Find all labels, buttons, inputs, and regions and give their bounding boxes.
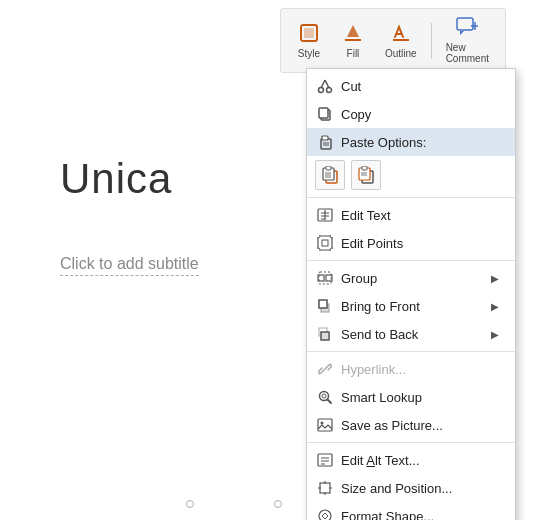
- cut-label: Cut: [341, 79, 361, 94]
- bring-to-front-arrow: ▶: [491, 301, 499, 312]
- svg-rect-17: [322, 136, 328, 140]
- edit-points-label: Edit Points: [341, 236, 403, 251]
- smart-lookup-label: Smart Lookup: [341, 390, 422, 405]
- svg-point-11: [327, 88, 332, 93]
- fill-label: Fill: [347, 48, 360, 59]
- paste-icon: [315, 132, 335, 152]
- bring-to-front-label: Bring to Front: [341, 299, 420, 314]
- format-shape-label: Format Shape...: [341, 509, 434, 521]
- svg-point-39: [330, 235, 333, 238]
- format-shape-icon: [315, 506, 335, 520]
- new-comment-button[interactable]: NewComment: [438, 13, 497, 68]
- slide-area: Style Fill Outline: [0, 0, 556, 520]
- group-icon: [315, 268, 335, 288]
- menu-item-edit-alt-text[interactable]: Edit Alt Text...: [307, 446, 515, 474]
- separator-4: [307, 442, 515, 443]
- svg-rect-22: [326, 166, 331, 170]
- handle-center: [274, 500, 282, 508]
- menu-item-group[interactable]: Group ▶: [307, 264, 515, 292]
- svg-line-12: [321, 80, 325, 88]
- svg-rect-48: [321, 332, 329, 340]
- menu-item-bring-to-front[interactable]: Bring to Front ▶: [307, 292, 515, 320]
- separator-3: [307, 351, 515, 352]
- copy-label: Copy: [341, 107, 371, 122]
- paste-option-2[interactable]: [351, 160, 381, 190]
- group-label: Group: [341, 271, 377, 286]
- svg-rect-2: [345, 39, 361, 41]
- cut-icon: [315, 76, 335, 96]
- svg-point-38: [317, 235, 320, 238]
- new-comment-icon: [456, 17, 478, 40]
- slide-subtitle: Click to add subtitle: [60, 255, 199, 276]
- group-arrow: ▶: [491, 273, 499, 284]
- svg-rect-53: [318, 419, 332, 431]
- fill-icon: [343, 23, 363, 46]
- menu-item-copy[interactable]: Copy: [307, 100, 515, 128]
- paste-option-1[interactable]: [315, 160, 345, 190]
- outline-icon: [391, 23, 411, 46]
- new-comment-label: NewComment: [446, 42, 489, 64]
- fill-button[interactable]: Fill: [333, 19, 373, 63]
- slide-title: Unica: [60, 155, 172, 203]
- menu-item-edit-text[interactable]: Edit Text: [307, 201, 515, 229]
- svg-line-51: [328, 400, 332, 404]
- edit-points-icon: [315, 233, 335, 253]
- menu-item-format-shape[interactable]: Format Shape...: [307, 502, 515, 520]
- menu-item-send-to-back[interactable]: Send to Back ▶: [307, 320, 515, 348]
- svg-rect-46: [319, 300, 327, 308]
- style-button[interactable]: Style: [289, 19, 329, 63]
- edit-alt-text-label: Edit Alt Text...: [341, 453, 420, 468]
- svg-rect-3: [393, 39, 409, 41]
- send-to-back-icon: [315, 324, 335, 344]
- menu-item-save-as-picture[interactable]: Save as Picture...: [307, 411, 515, 439]
- svg-line-13: [325, 80, 329, 88]
- menu-item-smart-lookup[interactable]: Smart Lookup: [307, 383, 515, 411]
- send-to-back-arrow: ▶: [491, 329, 499, 340]
- outline-label: Outline: [385, 48, 417, 59]
- svg-rect-37: [322, 240, 328, 246]
- menu-item-size-position[interactable]: Size and Position...: [307, 474, 515, 502]
- handle-left: [186, 500, 194, 508]
- menu-item-edit-points[interactable]: Edit Points: [307, 229, 515, 257]
- svg-rect-59: [320, 483, 330, 493]
- copy-icon: [315, 104, 335, 124]
- smart-lookup-icon: [315, 387, 335, 407]
- paste-options-row: [307, 156, 515, 194]
- svg-point-54: [321, 422, 324, 425]
- separator-1: [307, 197, 515, 198]
- svg-rect-36: [318, 236, 332, 250]
- svg-rect-15: [319, 108, 328, 118]
- svg-point-52: [322, 394, 326, 398]
- menu-item-hyperlink[interactable]: Hyperlink...: [307, 355, 515, 383]
- menu-item-cut[interactable]: Cut: [307, 72, 515, 100]
- hyperlink-icon: [315, 359, 335, 379]
- save-as-picture-label: Save as Picture...: [341, 418, 443, 433]
- toolbar: Style Fill Outline: [280, 8, 506, 73]
- menu-item-paste-options[interactable]: Paste Options:: [307, 128, 515, 156]
- send-to-back-label: Send to Back: [341, 327, 418, 342]
- svg-point-41: [330, 248, 333, 251]
- edit-text-icon: [315, 205, 335, 225]
- style-icon: [299, 23, 319, 46]
- svg-rect-1: [304, 28, 314, 38]
- outline-button[interactable]: Outline: [377, 19, 425, 63]
- bring-to-front-icon: [315, 296, 335, 316]
- toolbar-divider: [431, 23, 432, 59]
- separator-2: [307, 260, 515, 261]
- svg-rect-28: [362, 166, 367, 170]
- edit-text-label: Edit Text: [341, 208, 391, 223]
- size-position-icon: [315, 478, 335, 498]
- svg-rect-4: [457, 18, 473, 30]
- size-position-label: Size and Position...: [341, 481, 452, 496]
- style-label: Style: [298, 48, 320, 59]
- svg-point-10: [319, 88, 324, 93]
- save-as-picture-icon: [315, 415, 335, 435]
- hyperlink-label: Hyperlink...: [341, 362, 406, 377]
- paste-options-label: Paste Options:: [341, 135, 426, 150]
- edit-alt-text-icon: [315, 450, 335, 470]
- svg-point-40: [317, 248, 320, 251]
- svg-rect-44: [319, 272, 331, 284]
- svg-line-49: [323, 367, 327, 371]
- context-menu: Cut Copy Paste Options:: [306, 68, 516, 520]
